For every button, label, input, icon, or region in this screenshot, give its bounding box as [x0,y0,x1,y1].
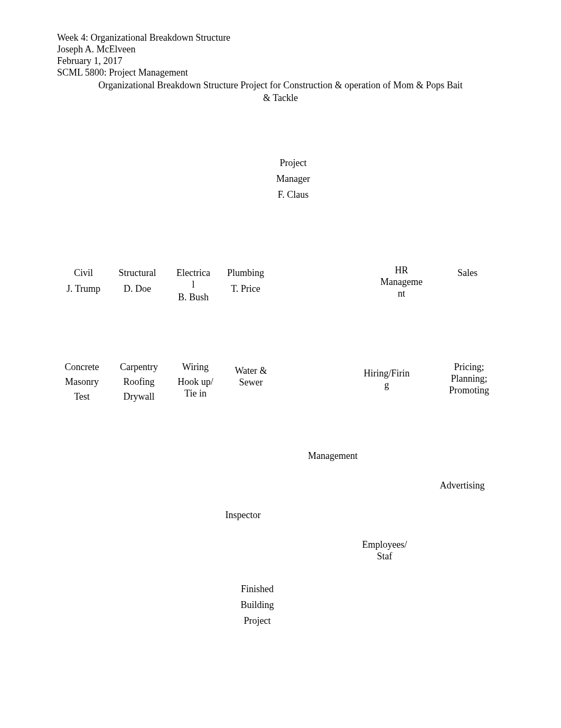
node-project-manager: Project Manager F. Claus [264,157,322,200]
plumbing-title: Plumbing [222,267,269,279]
sales-title: Sales [452,267,483,279]
plumb-water: Water & [227,365,275,376]
pm-name: F. Claus [264,189,322,200]
node-hr-hiring: Hiring/Firin g [358,367,416,391]
struct-roofing: Roofing [115,376,163,388]
node-structural: Structural D. Doe [114,267,161,294]
structural-name: D. Doe [114,283,161,294]
finished-l1: Finished [233,583,281,595]
electrical-title-1: Electrica [172,267,214,279]
electrical-name: B. Bush [172,291,214,303]
node-civil: Civil J. Trump [62,267,105,294]
header-line-3: February 1, 2017 [57,55,504,67]
civil-masonry: Masonry [58,376,106,388]
node-civil-children: Concrete Masonry Test [58,361,106,402]
sales-pricing: Pricing; [443,361,495,373]
finished-l3: Project [233,615,281,626]
elec-hookup: Hook up/ [172,376,219,388]
civil-test: Test [58,391,106,402]
hr-title-3: nt [375,288,428,299]
plumbing-name: T. Price [222,283,269,294]
hr-title-2: Manageme [375,276,428,288]
node-plumbing: Plumbing T. Price [222,267,269,294]
node-advertising: Advertising [433,480,491,491]
node-sales-children: Pricing; Planning; Promoting [443,361,495,396]
node-sales: Sales [452,267,483,279]
pm-title-2: Manager [264,173,322,185]
civil-title: Civil [62,267,105,279]
sales-planning: Planning; [443,373,495,384]
header-line-1: Week 4: Organizational Breakdown Structu… [57,32,504,43]
node-electrical-children: Wiring Hook up/ Tie in [172,361,219,399]
employees-l1: Employees/ [353,539,416,550]
header-line-2: Joseph A. McElveen [57,43,504,55]
advertising-label: Advertising [433,480,491,491]
employees-l2: Staf [353,550,416,562]
inspector-label: Inspector [219,509,267,521]
elec-wiring: Wiring [172,361,219,373]
electrical-title-2: l [172,279,214,290]
finished-l2: Building [233,599,281,611]
node-structural-children: Carpentry Roofing Drywall [115,361,163,402]
pm-title-1: Project [264,157,322,169]
struct-carpentry: Carpentry [115,361,163,373]
sales-promoting: Promoting [443,384,495,396]
document-header: Week 4: Organizational Breakdown Structu… [57,32,504,104]
header-title-2: & Tackle [57,92,504,104]
node-inspector: Inspector [219,509,267,521]
elec-tiein: Tie in [172,388,219,399]
plumb-sewer: Sewer [227,376,275,388]
hr-hiring-2: g [358,379,416,391]
node-employees-staff: Employees/ Staf [353,539,416,562]
civil-name: J. Trump [62,283,105,294]
header-title-1: Organizational Breakdown Structure Proje… [57,79,504,91]
management-label: Management [301,450,364,462]
struct-drywall: Drywall [115,391,163,402]
node-electrical: Electrica l B. Bush [172,267,214,303]
header-line-4: SCML 5800: Project Management [57,67,504,78]
hr-title-1: HR [375,264,428,276]
node-plumbing-children: Water & Sewer [227,365,275,388]
node-management: Management [301,450,364,462]
civil-concrete: Concrete [58,361,106,373]
node-finished-building: Finished Building Project [233,583,281,626]
hr-hiring-1: Hiring/Firin [358,367,416,379]
structural-title: Structural [114,267,161,279]
node-hr-management: HR Manageme nt [375,264,428,299]
